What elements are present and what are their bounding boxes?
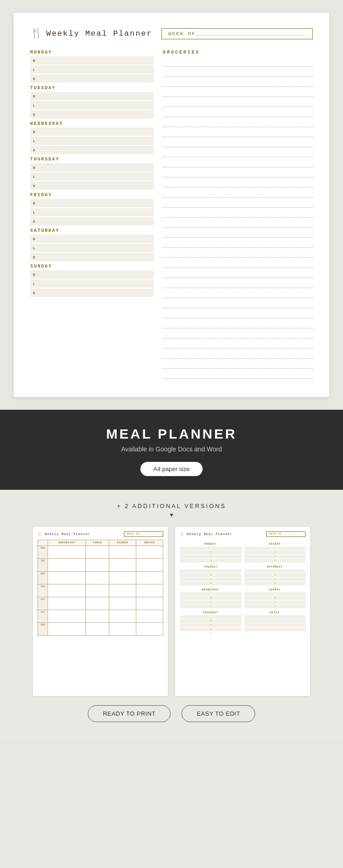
grid-meal-cell[interactable] (136, 584, 163, 597)
grocery-line[interactable] (163, 59, 313, 67)
meal-row[interactable]: D (30, 289, 154, 297)
grid-meal-cell[interactable] (86, 546, 109, 559)
mini-meal-row[interactable]: D (180, 578, 241, 581)
mini-meal-row[interactable]: D (244, 555, 306, 558)
grid-meal-cell[interactable] (86, 623, 109, 636)
grocery-line[interactable] (163, 310, 313, 318)
meal-row[interactable]: D (30, 110, 154, 118)
grocery-line[interactable] (163, 360, 313, 369)
mini-meal-row[interactable]: L (244, 573, 306, 577)
grocery-line[interactable] (163, 89, 313, 97)
mini-meal-row[interactable] (244, 619, 306, 623)
grocery-line[interactable] (163, 350, 313, 359)
grid-meal-cell[interactable] (136, 610, 163, 623)
mini-meal-row[interactable]: L (244, 596, 306, 600)
grocery-line[interactable] (163, 370, 313, 379)
grocery-line[interactable] (163, 220, 313, 228)
meal-row[interactable]: D (30, 75, 154, 83)
grocery-line[interactable] (163, 290, 313, 298)
grid-meal-cell[interactable] (109, 546, 136, 559)
grid-meal-cell[interactable] (48, 597, 86, 610)
grocery-line[interactable] (163, 169, 313, 177)
grid-meal-cell[interactable] (109, 610, 136, 623)
grocery-line[interactable] (163, 69, 313, 77)
mini-meal-row[interactable]: B (244, 547, 306, 550)
grid-meal-cell[interactable] (109, 559, 136, 572)
grid-meal-cell[interactable] (136, 546, 163, 559)
grocery-line[interactable] (163, 109, 313, 117)
meal-row[interactable]: L (30, 208, 154, 216)
grid-meal-cell[interactable] (48, 623, 86, 636)
grocery-line[interactable] (163, 280, 313, 288)
grocery-line[interactable] (163, 300, 313, 308)
grocery-line[interactable] (163, 119, 313, 127)
meal-row[interactable]: L (30, 137, 154, 145)
grocery-line[interactable] (163, 240, 313, 248)
grocery-line[interactable] (163, 250, 313, 258)
mini-meal-row[interactable]: L (180, 573, 241, 577)
grocery-line[interactable] (163, 209, 313, 218)
meal-row[interactable]: B (30, 92, 154, 100)
mini-meal-row[interactable]: D (244, 578, 306, 581)
grid-meal-cell[interactable] (48, 546, 86, 559)
grid-meal-cell[interactable] (48, 610, 86, 623)
mini-meal-row[interactable]: B (180, 615, 241, 619)
grocery-line[interactable] (163, 139, 313, 147)
mini-meal-row[interactable]: B (180, 569, 241, 573)
grid-meal-cell[interactable] (86, 610, 109, 623)
grid-meal-cell[interactable] (48, 584, 86, 597)
mini-meal-row[interactable] (244, 615, 306, 619)
meal-row[interactable]: L (30, 65, 154, 74)
grid-meal-cell[interactable] (136, 559, 163, 572)
mini-meal-row[interactable]: S (180, 627, 241, 631)
mini-meal-row[interactable]: D (180, 600, 241, 604)
mini-meal-row[interactable]: S (180, 582, 241, 585)
grocery-line[interactable] (163, 189, 313, 198)
mini-meal-row[interactable]: D (180, 623, 241, 627)
meal-row[interactable]: B (30, 270, 154, 279)
grid-meal-cell[interactable] (48, 572, 86, 584)
meal-row[interactable]: L (30, 172, 154, 181)
mini-meal-row[interactable]: L (180, 619, 241, 623)
meal-row[interactable]: D (30, 253, 154, 261)
meal-row[interactable]: D (30, 182, 154, 190)
mini-meal-row[interactable]: B (180, 547, 241, 550)
grid-meal-cell[interactable] (86, 597, 109, 610)
grocery-line[interactable] (163, 320, 313, 328)
grocery-line[interactable] (163, 99, 313, 107)
mini-meal-row[interactable]: L (180, 551, 241, 554)
grocery-line[interactable] (163, 340, 313, 348)
meal-row[interactable]: B (30, 199, 154, 207)
grid-meal-cell[interactable] (136, 572, 163, 584)
mini-meal-row[interactable]: S (244, 582, 306, 585)
mini-meal-row[interactable]: B (244, 592, 306, 596)
week-of-box[interactable]: WEEK OF____________________________ (161, 28, 313, 39)
meal-row[interactable]: B (30, 163, 154, 171)
grocery-line[interactable] (163, 330, 313, 338)
grid-meal-cell[interactable] (109, 584, 136, 597)
mini-meal-row[interactable]: S (244, 559, 306, 563)
mini-meal-row[interactable]: D (180, 555, 241, 558)
easy-to-edit-button[interactable]: EASY TO EDIT (182, 705, 255, 722)
mini-meal-row[interactable]: S (180, 605, 241, 608)
grid-meal-cell[interactable] (109, 597, 136, 610)
meal-row[interactable]: B (30, 56, 154, 64)
grocery-line[interactable] (163, 159, 313, 167)
meal-row[interactable]: L (30, 279, 154, 288)
ready-to-print-button[interactable]: READY TO PRINT (88, 705, 171, 722)
grid-meal-cell[interactable] (136, 597, 163, 610)
grocery-line[interactable] (163, 129, 313, 137)
mini-meal-row[interactable]: S (180, 559, 241, 563)
meal-row[interactable]: L (30, 101, 154, 109)
grid-meal-cell[interactable] (109, 572, 136, 584)
grocery-line[interactable] (163, 149, 313, 157)
grid-meal-cell[interactable] (86, 572, 109, 584)
grid-meal-cell[interactable] (86, 559, 109, 572)
mini-meal-row[interactable]: B (244, 569, 306, 573)
grocery-line[interactable] (163, 179, 313, 188)
grid-meal-cell[interactable] (48, 559, 86, 572)
meal-row[interactable]: B (30, 235, 154, 243)
meal-row[interactable]: B (30, 128, 154, 136)
mini-meal-row[interactable]: B (180, 592, 241, 596)
grid-meal-cell[interactable] (136, 623, 163, 636)
